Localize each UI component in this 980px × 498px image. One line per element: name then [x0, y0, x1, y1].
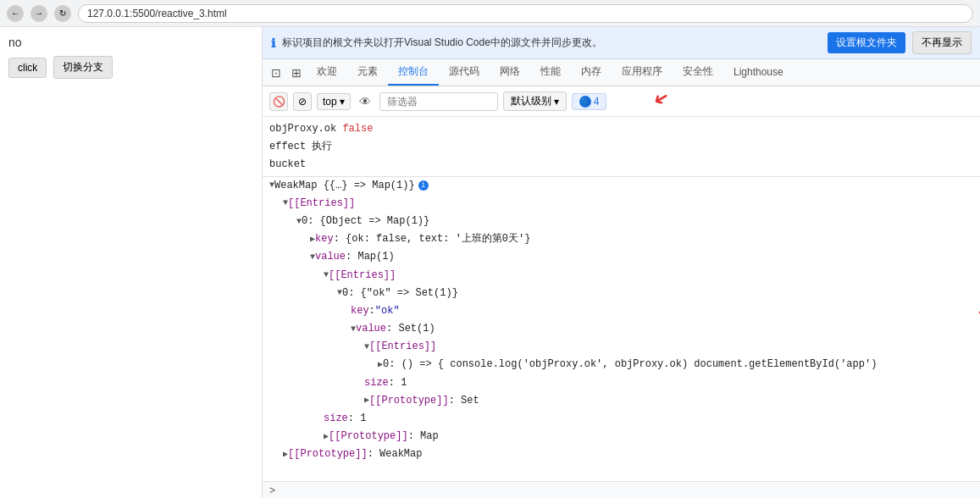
context-chevron: ▾ [340, 96, 345, 108]
switch-button[interactable]: 切换分支 [53, 56, 113, 79]
console-line-bucket: bucket [263, 156, 980, 174]
app-label: no [8, 36, 253, 49]
badge-button[interactable]: 🔵 4 [572, 93, 607, 110]
objproxy-false: false [342, 121, 373, 137]
prototype-set[interactable]: [[Prototype]] : Set [263, 392, 980, 410]
devtools-icon-btn-2[interactable]: ⊞ [286, 63, 307, 83]
info-text: 标识项目的根文件夹以打开Visual Studio Code中的源文件并同步更改… [282, 36, 821, 50]
click-button[interactable]: click [8, 58, 47, 78]
badge-count: 4 [594, 96, 600, 108]
bucket-text: bucket [269, 157, 306, 173]
tab-welcome[interactable]: 欢迎 [307, 59, 347, 86]
level-chevron: ▾ [554, 96, 559, 108]
context-select[interactable]: top ▾ [317, 93, 351, 110]
info-icon: ℹ [271, 36, 275, 50]
key-ok: key : "ok" ➜ [263, 302, 980, 320]
no-show-button[interactable]: 不再显示 [912, 31, 972, 54]
left-panel: no click 切换分支 [0, 27, 263, 498]
item-0[interactable]: 0: {Object => Map(1)} [263, 213, 980, 230]
eye-button[interactable]: 👁 [356, 92, 374, 111]
effect-text: effect 执行 [269, 139, 332, 155]
console-line-effect: effect 执行 [263, 138, 980, 156]
value-map[interactable]: value : Map(1) ➜ [263, 248, 980, 266]
prototype-weakmap[interactable]: [[Prototype]] : WeakMap [263, 445, 980, 463]
console-line-objproxy: objProxy.ok false [263, 120, 980, 138]
back-button[interactable]: ← [7, 5, 24, 22]
tab-network[interactable]: 网络 [490, 59, 530, 86]
console-output[interactable]: objProxy.ok false effect 执行 bucket WeakM… [263, 117, 980, 481]
fn-item[interactable]: 0: () => { console.log('objProxy.ok', ob… [263, 356, 980, 374]
tab-performance[interactable]: 性能 [530, 59, 571, 86]
toolbar-row: 🚫 ⊘ top ▾ 👁 默认级别 ▾ 🔵 4 ➜ [263, 86, 980, 117]
objproxy-text: objProxy.ok [269, 121, 342, 137]
tab-memory[interactable]: 内存 [571, 59, 612, 86]
context-label: top [323, 96, 337, 108]
badge-icon: 🔵 [580, 97, 590, 106]
size-set: size : 1 [263, 374, 980, 392]
filter-input[interactable] [379, 92, 498, 111]
block-button[interactable]: ⊘ [293, 92, 312, 111]
devtools-icon-btn-1[interactable]: ⊡ [266, 63, 286, 83]
value-set[interactable]: value : Set(1) [263, 320, 980, 338]
entries-2[interactable]: [[Entries]] [263, 267, 980, 285]
bottom-bar: > [263, 481, 980, 498]
tab-application[interactable]: 应用程序 [612, 59, 673, 86]
browser-bar: ← → ↻ [0, 0, 980, 27]
main-area: no click 切换分支 ℹ 标识项目的根文件夹以打开Visual Studi… [0, 27, 980, 498]
tab-elements[interactable]: 元素 [347, 59, 388, 86]
info-circle: i [418, 180, 429, 191]
size-map: size : 1 [263, 410, 980, 428]
key-item[interactable]: key : {ok: false, text: '上班的第0天'} [263, 230, 980, 248]
forward-button[interactable]: → [30, 5, 47, 22]
app-buttons: click 切换分支 [8, 56, 253, 79]
clear-button[interactable]: 🚫 [269, 92, 288, 111]
red-arrow-1: ➜ [650, 86, 674, 113]
devtools-panel: ℹ 标识项目的根文件夹以打开Visual Studio Code中的源文件并同步… [263, 27, 980, 498]
prototype-map[interactable]: [[Prototype]] : Map [263, 428, 980, 445]
tab-lighthouse[interactable]: Lighthouse [723, 61, 794, 85]
entries-1[interactable]: [[Entries]] [263, 195, 980, 213]
tabs-row: ⊡ ⊞ 欢迎 元素 控制台 源代码 网络 性能 内存 应用程序 安全性 Ligh… [263, 59, 980, 86]
reload-button[interactable]: ↻ [54, 5, 71, 22]
level-select[interactable]: 默认级别 ▾ [503, 91, 567, 111]
badge-dot: 🔵 [579, 96, 591, 108]
bottom-prompt[interactable]: > [269, 484, 275, 496]
tree-root-section: WeakMap {{…} => Map(1)} i [[Entries]] 0:… [263, 176, 980, 464]
set-root-button[interactable]: 设置根文件夹 [828, 32, 905, 53]
tab-security[interactable]: 安全性 [673, 59, 723, 86]
tab-console[interactable]: 控制台 [388, 59, 439, 86]
tab-sources[interactable]: 源代码 [439, 59, 490, 86]
entries-3[interactable]: [[Entries]] [263, 338, 980, 356]
info-bar: ℹ 标识项目的根文件夹以打开Visual Studio Code中的源文件并同步… [263, 27, 980, 59]
url-bar[interactable] [78, 4, 973, 23]
weakmap-root[interactable]: WeakMap {{…} => Map(1)} i [263, 177, 980, 195]
item-ok[interactable]: 0: {"ok" => Set(1)} [263, 285, 980, 302]
level-label: 默认级别 [511, 94, 551, 108]
